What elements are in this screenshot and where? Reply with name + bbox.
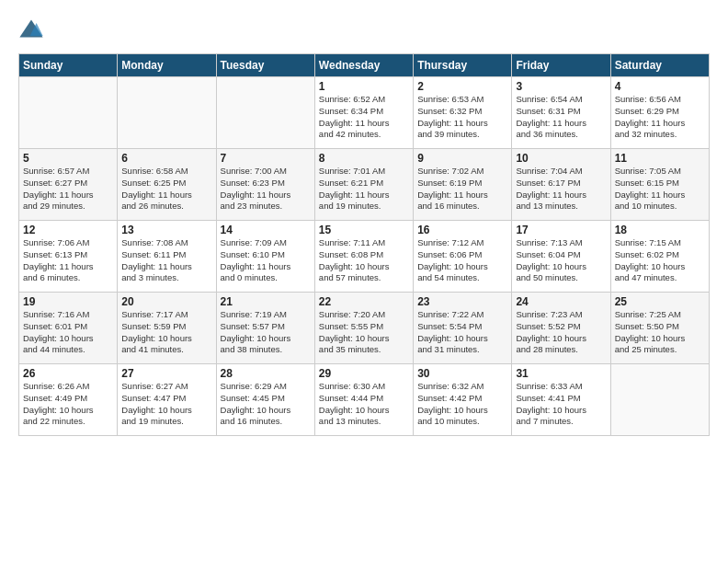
logo	[18, 17, 48, 42]
calendar-cell	[610, 364, 709, 436]
calendar-cell: 20Sunrise: 7:17 AM Sunset: 5:59 PM Dayli…	[118, 293, 216, 364]
day-info: Sunrise: 6:30 AM Sunset: 4:44 PM Dayligh…	[319, 381, 409, 428]
weekday-header-thursday: Thursday	[414, 54, 512, 77]
day-info: Sunrise: 6:53 AM Sunset: 6:32 PM Dayligh…	[417, 94, 507, 141]
day-number: 11	[615, 152, 705, 165]
day-number: 10	[516, 152, 606, 165]
day-number: 17	[516, 224, 606, 236]
day-number: 28	[221, 367, 311, 380]
day-number: 26	[23, 367, 113, 380]
week-row-1: 1Sunrise: 6:52 AM Sunset: 6:34 PM Daylig…	[19, 77, 710, 149]
calendar-cell: 9Sunrise: 7:02 AM Sunset: 6:19 PM Daylig…	[414, 149, 512, 221]
day-number: 13	[121, 224, 211, 236]
day-number: 2	[417, 80, 507, 93]
page: SundayMondayTuesdayWednesdayThursdayFrid…	[0, 0, 728, 445]
week-row-3: 12Sunrise: 7:06 AM Sunset: 6:13 PM Dayli…	[19, 221, 710, 293]
day-info: Sunrise: 7:04 AM Sunset: 6:17 PM Dayligh…	[516, 166, 606, 213]
calendar-cell: 1Sunrise: 6:52 AM Sunset: 6:34 PM Daylig…	[314, 77, 413, 149]
day-number: 18	[615, 224, 705, 236]
day-info: Sunrise: 7:05 AM Sunset: 6:15 PM Dayligh…	[615, 166, 705, 213]
calendar-cell: 30Sunrise: 6:32 AM Sunset: 4:42 PM Dayli…	[414, 364, 512, 436]
calendar-cell: 27Sunrise: 6:27 AM Sunset: 4:47 PM Dayli…	[118, 364, 216, 436]
calendar-cell: 22Sunrise: 7:20 AM Sunset: 5:55 PM Dayli…	[314, 293, 413, 364]
weekday-header-wednesday: Wednesday	[314, 54, 413, 77]
day-info: Sunrise: 6:56 AM Sunset: 6:29 PM Dayligh…	[615, 94, 705, 141]
day-number: 6	[121, 152, 211, 165]
day-info: Sunrise: 7:25 AM Sunset: 5:50 PM Dayligh…	[615, 309, 705, 356]
day-number: 14	[221, 224, 311, 236]
day-number: 20	[121, 295, 211, 308]
day-info: Sunrise: 6:26 AM Sunset: 4:49 PM Dayligh…	[23, 381, 113, 428]
calendar-cell: 24Sunrise: 7:23 AM Sunset: 5:52 PM Dayli…	[512, 293, 610, 364]
day-number: 15	[319, 224, 409, 236]
day-number: 1	[319, 80, 409, 93]
day-info: Sunrise: 7:20 AM Sunset: 5:55 PM Dayligh…	[319, 309, 409, 356]
day-info: Sunrise: 7:15 AM Sunset: 6:02 PM Dayligh…	[615, 237, 705, 284]
calendar: SundayMondayTuesdayWednesdayThursdayFrid…	[18, 53, 710, 436]
day-info: Sunrise: 6:29 AM Sunset: 4:45 PM Dayligh…	[221, 381, 311, 428]
day-number: 25	[615, 295, 705, 308]
day-info: Sunrise: 7:19 AM Sunset: 5:57 PM Dayligh…	[221, 309, 311, 356]
day-info: Sunrise: 7:22 AM Sunset: 5:54 PM Dayligh…	[417, 309, 507, 356]
calendar-cell: 17Sunrise: 7:13 AM Sunset: 6:04 PM Dayli…	[512, 221, 610, 293]
day-info: Sunrise: 7:23 AM Sunset: 5:52 PM Dayligh…	[516, 309, 606, 356]
calendar-cell: 6Sunrise: 6:58 AM Sunset: 6:25 PM Daylig…	[118, 149, 216, 221]
day-info: Sunrise: 6:57 AM Sunset: 6:27 PM Dayligh…	[23, 166, 113, 213]
day-number: 16	[417, 224, 507, 236]
calendar-cell: 12Sunrise: 7:06 AM Sunset: 6:13 PM Dayli…	[19, 221, 118, 293]
day-number: 29	[319, 367, 409, 380]
day-number: 31	[516, 367, 606, 380]
week-row-2: 5Sunrise: 6:57 AM Sunset: 6:27 PM Daylig…	[19, 149, 710, 221]
calendar-cell: 16Sunrise: 7:12 AM Sunset: 6:06 PM Dayli…	[414, 221, 512, 293]
calendar-cell: 7Sunrise: 7:00 AM Sunset: 6:23 PM Daylig…	[216, 149, 314, 221]
calendar-cell: 18Sunrise: 7:15 AM Sunset: 6:02 PM Dayli…	[610, 221, 709, 293]
calendar-cell: 2Sunrise: 6:53 AM Sunset: 6:32 PM Daylig…	[414, 77, 512, 149]
weekday-header-tuesday: Tuesday	[216, 54, 314, 77]
header	[18, 17, 710, 42]
calendar-cell: 28Sunrise: 6:29 AM Sunset: 4:45 PM Dayli…	[216, 364, 314, 436]
day-info: Sunrise: 6:33 AM Sunset: 4:41 PM Dayligh…	[516, 381, 606, 428]
day-number: 24	[516, 295, 606, 308]
logo-icon	[18, 17, 44, 42]
calendar-cell: 11Sunrise: 7:05 AM Sunset: 6:15 PM Dayli…	[610, 149, 709, 221]
calendar-cell: 26Sunrise: 6:26 AM Sunset: 4:49 PM Dayli…	[19, 364, 118, 436]
weekday-header-saturday: Saturday	[610, 54, 709, 77]
calendar-cell	[216, 77, 314, 149]
calendar-cell: 25Sunrise: 7:25 AM Sunset: 5:50 PM Dayli…	[610, 293, 709, 364]
day-info: Sunrise: 6:52 AM Sunset: 6:34 PM Dayligh…	[319, 94, 409, 141]
day-number: 9	[417, 152, 507, 165]
day-number: 7	[221, 152, 311, 165]
calendar-cell: 5Sunrise: 6:57 AM Sunset: 6:27 PM Daylig…	[19, 149, 118, 221]
day-info: Sunrise: 6:27 AM Sunset: 4:47 PM Dayligh…	[121, 381, 211, 428]
weekday-header-monday: Monday	[118, 54, 216, 77]
day-info: Sunrise: 7:01 AM Sunset: 6:21 PM Dayligh…	[319, 166, 409, 213]
day-info: Sunrise: 7:17 AM Sunset: 5:59 PM Dayligh…	[121, 309, 211, 356]
weekday-header-sunday: Sunday	[19, 54, 118, 77]
day-number: 30	[417, 367, 507, 380]
day-info: Sunrise: 7:08 AM Sunset: 6:11 PM Dayligh…	[121, 237, 211, 284]
calendar-cell: 15Sunrise: 7:11 AM Sunset: 6:08 PM Dayli…	[314, 221, 413, 293]
day-number: 22	[319, 295, 409, 308]
week-row-5: 26Sunrise: 6:26 AM Sunset: 4:49 PM Dayli…	[19, 364, 710, 436]
calendar-cell: 10Sunrise: 7:04 AM Sunset: 6:17 PM Dayli…	[512, 149, 610, 221]
day-info: Sunrise: 7:09 AM Sunset: 6:10 PM Dayligh…	[221, 237, 311, 284]
day-info: Sunrise: 7:11 AM Sunset: 6:08 PM Dayligh…	[319, 237, 409, 284]
calendar-cell: 4Sunrise: 6:56 AM Sunset: 6:29 PM Daylig…	[610, 77, 709, 149]
day-info: Sunrise: 7:13 AM Sunset: 6:04 PM Dayligh…	[516, 237, 606, 284]
day-info: Sunrise: 6:54 AM Sunset: 6:31 PM Dayligh…	[516, 94, 606, 141]
day-info: Sunrise: 7:00 AM Sunset: 6:23 PM Dayligh…	[221, 166, 311, 213]
day-info: Sunrise: 7:16 AM Sunset: 6:01 PM Dayligh…	[23, 309, 113, 356]
calendar-cell: 29Sunrise: 6:30 AM Sunset: 4:44 PM Dayli…	[314, 364, 413, 436]
calendar-cell: 13Sunrise: 7:08 AM Sunset: 6:11 PM Dayli…	[118, 221, 216, 293]
day-info: Sunrise: 6:58 AM Sunset: 6:25 PM Dayligh…	[121, 166, 211, 213]
day-number: 19	[23, 295, 113, 308]
day-number: 27	[121, 367, 211, 380]
day-number: 3	[516, 80, 606, 93]
day-number: 21	[221, 295, 311, 308]
calendar-cell: 31Sunrise: 6:33 AM Sunset: 4:41 PM Dayli…	[512, 364, 610, 436]
day-number: 23	[417, 295, 507, 308]
week-row-4: 19Sunrise: 7:16 AM Sunset: 6:01 PM Dayli…	[19, 293, 710, 364]
day-number: 4	[615, 80, 705, 93]
weekday-header-friday: Friday	[512, 54, 610, 77]
calendar-cell: 3Sunrise: 6:54 AM Sunset: 6:31 PM Daylig…	[512, 77, 610, 149]
